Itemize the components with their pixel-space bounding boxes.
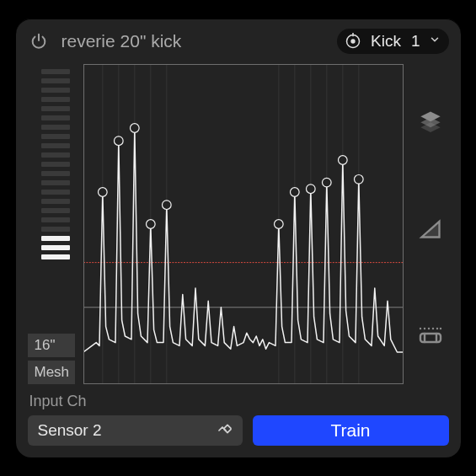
- meter-segment: [41, 236, 70, 241]
- meter-segment: [41, 254, 70, 259]
- meter-segment: [41, 78, 70, 83]
- meter-segment: [41, 171, 70, 176]
- header: reverie 20" kick Kick 1: [28, 29, 449, 54]
- ramp-icon: [419, 217, 442, 240]
- power-icon: [29, 32, 48, 51]
- meter-segment: [41, 245, 70, 250]
- layers-icon: [419, 109, 442, 132]
- size-tag[interactable]: 16": [28, 334, 75, 357]
- svg-marker-31: [421, 222, 439, 238]
- meter-segment: [41, 180, 70, 185]
- meter-segment: [41, 115, 70, 120]
- meter-segment: [41, 152, 70, 158]
- input-channel-value: Sensor 2: [38, 421, 102, 440]
- chevron-down-icon: [429, 34, 441, 49]
- meter-segment: [41, 227, 70, 232]
- svg-point-2: [350, 39, 355, 43]
- power-button[interactable]: [28, 30, 50, 52]
- input-channel-select[interactable]: Sensor 2: [28, 415, 243, 446]
- select-chevron-icon: [216, 421, 233, 440]
- meter-segment: [41, 134, 70, 139]
- meter-segment: [41, 125, 70, 130]
- drum-trigger-panel: reverie 20" kick Kick 1 16" Mesh: [16, 19, 461, 457]
- left-column: 16" Mesh: [28, 64, 75, 384]
- body: 16" Mesh: [28, 64, 449, 384]
- input-channel-label: Input Ch: [28, 393, 449, 410]
- preset-title: reverie 20" kick: [62, 31, 182, 51]
- train-button-label: Train: [330, 420, 370, 441]
- segment-icon: [418, 325, 443, 347]
- sensor-chart: [83, 64, 404, 384]
- drum-type-select[interactable]: Kick 1: [337, 29, 448, 54]
- material-tag[interactable]: Mesh: [28, 361, 75, 384]
- meter-segment: [41, 88, 70, 93]
- drum-icon: [344, 32, 362, 51]
- drum-type-label: Kick: [371, 32, 401, 51]
- layers-button[interactable]: [417, 107, 444, 134]
- meter-segment: [41, 199, 70, 204]
- chart-frame: [83, 64, 404, 384]
- train-button[interactable]: Train: [253, 415, 449, 446]
- level-meter: [28, 64, 75, 330]
- meter-segment: [41, 69, 70, 74]
- ramp-button[interactable]: [417, 215, 444, 242]
- meter-segment: [41, 143, 70, 148]
- segment-button[interactable]: [417, 323, 444, 350]
- right-toolbar: [412, 64, 449, 384]
- drum-number: 1: [411, 32, 420, 51]
- meter-segment: [41, 162, 70, 167]
- meter-segment: [41, 97, 70, 102]
- svg-rect-38: [420, 334, 441, 342]
- meter-segment: [41, 208, 70, 213]
- meter-segment: [41, 106, 70, 111]
- meter-segment: [41, 190, 70, 195]
- meter-segment: [41, 217, 70, 222]
- footer: Input Ch Sensor 2 Train: [28, 393, 449, 446]
